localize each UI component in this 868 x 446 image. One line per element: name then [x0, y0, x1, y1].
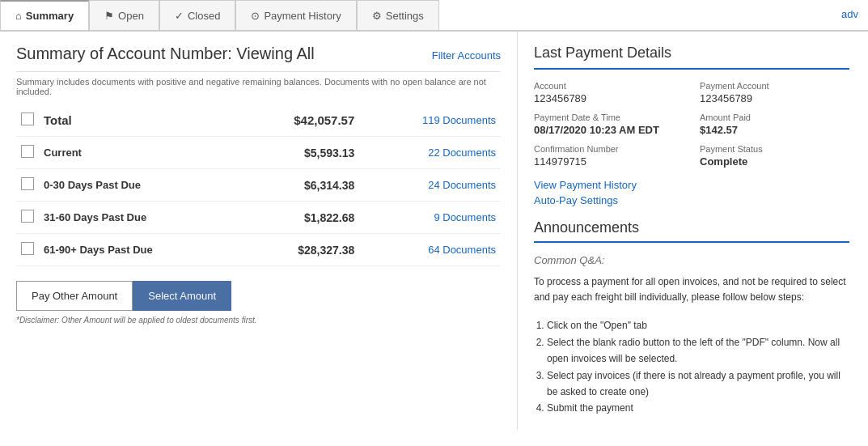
- checkbox-31-60[interactable]: [21, 210, 34, 223]
- docs-current[interactable]: 22 Documents: [359, 137, 501, 169]
- label-0-30: 0-30 Days Past Due: [39, 169, 240, 202]
- select-amount-button[interactable]: Select Amount: [133, 281, 231, 311]
- date-field: Payment Date & Time 08/17/2020 10:23 AM …: [534, 113, 684, 136]
- title-row: Summary of Account Number: Viewing All F…: [16, 45, 501, 66]
- open-icon: ⚑: [104, 10, 114, 22]
- tab-payment-history-label: Payment History: [264, 10, 341, 22]
- summary-icon: ⌂: [15, 10, 22, 22]
- disclaimer-text: *Disclaimer: Other Amount will be applie…: [16, 316, 501, 325]
- docs-0-30[interactable]: 24 Documents: [359, 169, 501, 202]
- closed-check-icon: ✓: [175, 10, 184, 22]
- payment-links: View Payment History Auto-Pay Settings: [534, 179, 849, 206]
- tab-closed[interactable]: ✓ Closed: [159, 0, 235, 30]
- tab-bar: ⌂ Summary ⚑ Open ✓ Closed ⊙ Payment Hist…: [0, 0, 868, 32]
- payment-status-value: Complete: [700, 155, 849, 168]
- payment-divider: [534, 68, 849, 70]
- tab-closed-label: Closed: [188, 10, 220, 22]
- account-value: 123456789: [534, 92, 684, 104]
- payment-status-field: Payment Status Complete: [700, 144, 849, 168]
- step-4: Submit the payment: [547, 400, 849, 416]
- step-2: Select the blank radio button to the lef…: [547, 334, 849, 367]
- main-layout: Summary of Account Number: Viewing All F…: [0, 32, 868, 430]
- docs-total[interactable]: 119 Documents: [359, 104, 501, 137]
- docs-31-60[interactable]: 9 Documents: [359, 202, 501, 234]
- table-row-current: Current $5,593.13 22 Documents: [16, 137, 501, 169]
- button-row: Pay Other Amount Select Amount: [16, 281, 501, 311]
- table-row-total: Total $42,057.57 119 Documents: [16, 104, 501, 137]
- right-panel: Last Payment Details Account 123456789 P…: [518, 32, 866, 430]
- amount-paid-field: Amount Paid $142.57: [700, 113, 849, 136]
- history-icon: ⊙: [251, 10, 260, 22]
- confirmation-value: 114979715: [534, 155, 684, 168]
- announcement-steps: Click on the "Open" tab Select the blank…: [534, 317, 849, 416]
- announcements-title: Announcements: [534, 219, 849, 236]
- adv-label: adv: [841, 8, 858, 20]
- page-title: Summary of Account Number: Viewing All: [16, 45, 315, 63]
- tab-open[interactable]: ⚑ Open: [89, 0, 159, 30]
- table-row-31-60: 31-60 Days Past Due $1,822.68 9 Document…: [16, 202, 501, 234]
- amount-0-30: $6,314.38: [240, 169, 360, 202]
- tab-settings[interactable]: ⚙ Settings: [357, 0, 439, 30]
- confirmation-field: Confirmation Number 114979715: [534, 144, 684, 168]
- docs-61-90[interactable]: 64 Documents: [359, 234, 501, 266]
- payment-grid: Account 123456789 Payment Account 123456…: [534, 81, 849, 168]
- adv-link[interactable]: adv: [832, 0, 868, 30]
- amount-31-60: $1,822.68: [240, 202, 360, 234]
- step-3: Select pay invoices (if there is not alr…: [547, 367, 849, 401]
- payment-account-value: 123456789: [700, 92, 849, 104]
- view-payment-history-link[interactable]: View Payment History: [534, 179, 849, 191]
- payment-details-title: Last Payment Details: [534, 45, 849, 62]
- tab-open-label: Open: [118, 10, 144, 22]
- checkbox-0-30[interactable]: [21, 177, 34, 190]
- summary-note: Summary includes documents with positive…: [16, 71, 501, 96]
- label-total: Total: [39, 104, 240, 137]
- summary-table: Total $42,057.57 119 Documents Current $…: [16, 104, 501, 266]
- checkbox-total[interactable]: [21, 113, 34, 125]
- checkbox-61-90[interactable]: [21, 242, 34, 255]
- date-value: 08/17/2020 10:23 AM EDT: [534, 124, 684, 136]
- amount-paid-label: Amount Paid: [700, 113, 849, 122]
- qa-label: Common Q&A:: [534, 254, 849, 266]
- payment-account-field: Payment Account 123456789: [700, 81, 849, 104]
- account-field: Account 123456789: [534, 81, 684, 104]
- filter-accounts-link[interactable]: Filter Accounts: [432, 49, 501, 62]
- amount-total: $42,057.57: [240, 104, 360, 137]
- table-row-61-90: 61-90+ Days Past Due $28,327.38 64 Docum…: [16, 234, 501, 266]
- announcements-divider: [534, 241, 849, 243]
- account-label: Account: [534, 81, 684, 91]
- tab-payment-history[interactable]: ⊙ Payment History: [235, 0, 356, 30]
- tab-summary[interactable]: ⌂ Summary: [0, 0, 89, 30]
- announcement-intro: To process a payment for all open invoic…: [534, 274, 849, 305]
- label-31-60: 31-60 Days Past Due: [39, 202, 240, 234]
- table-row-0-30: 0-30 Days Past Due $6,314.38 24 Document…: [16, 169, 501, 202]
- step-1: Click on the "Open" tab: [547, 317, 849, 333]
- payment-account-label: Payment Account: [700, 81, 849, 91]
- label-current: Current: [39, 137, 240, 169]
- tab-settings-label: Settings: [386, 10, 424, 22]
- checkbox-current[interactable]: [21, 145, 34, 158]
- settings-gear-icon: ⚙: [372, 10, 382, 22]
- left-panel: Summary of Account Number: Viewing All F…: [0, 32, 518, 430]
- amount-current: $5,593.13: [240, 137, 360, 169]
- tab-summary-label: Summary: [26, 10, 74, 22]
- pay-other-amount-button[interactable]: Pay Other Amount: [16, 281, 133, 311]
- label-61-90: 61-90+ Days Past Due: [39, 234, 240, 266]
- payment-status-label: Payment Status: [700, 144, 849, 154]
- amount-paid-value: $142.57: [700, 124, 849, 136]
- amount-61-90: $28,327.38: [240, 234, 360, 266]
- date-label: Payment Date & Time: [534, 113, 684, 122]
- confirmation-label: Confirmation Number: [534, 144, 684, 154]
- auto-pay-settings-link[interactable]: Auto-Pay Settings: [534, 194, 849, 206]
